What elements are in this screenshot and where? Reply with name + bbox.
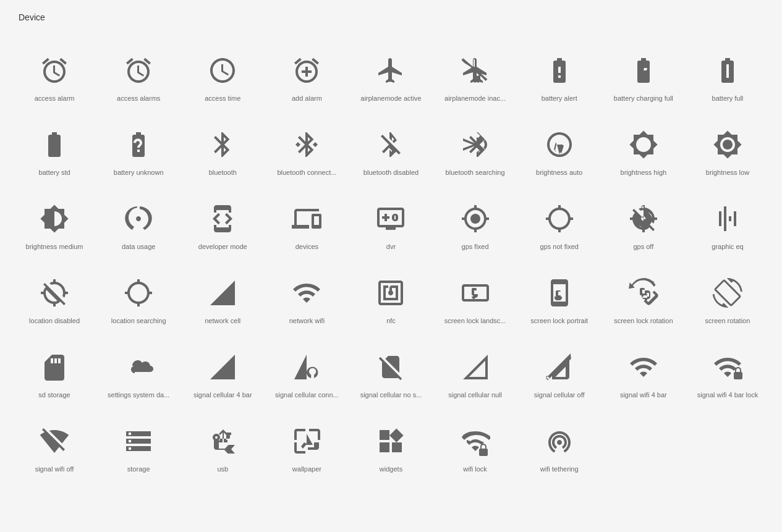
icon-cell-brightness-low[interactable]: brightness low xyxy=(686,109,770,183)
icon-cell-add-alarm[interactable]: add alarm xyxy=(265,35,349,109)
brightness-low-icon xyxy=(710,127,745,162)
screen-lock-rotation-label: screen lock rotation xyxy=(614,316,673,325)
brightness-low-label: brightness low xyxy=(706,168,749,177)
signal-cellular-connected-icon xyxy=(289,350,324,384)
icon-cell-gps-not-fixed[interactable]: gps not fixed xyxy=(517,183,601,257)
icon-cell-battery-std[interactable]: battery std xyxy=(12,109,96,183)
icon-cell-signal-wifi-4bar-lock[interactable]: signal wifi 4 bar lock xyxy=(686,331,770,405)
icon-cell-brightness-high[interactable]: brightness high xyxy=(601,109,686,183)
gps-fixed-icon xyxy=(458,201,493,236)
icon-cell-developer-mode[interactable]: developer mode xyxy=(181,183,265,257)
icon-cell-wifi-tethering[interactable]: wifi tethering xyxy=(517,405,601,479)
signal-cellular-connected-label: signal cellular conn... xyxy=(275,391,339,399)
icon-grid: access alarm access alarms access time a… xyxy=(0,28,782,486)
screen-lock-portrait-icon xyxy=(542,276,577,310)
icon-cell-nfc[interactable]: nfc xyxy=(349,257,433,331)
data-usage-label: data usage xyxy=(122,242,155,251)
signal-cellular-no-sim-label: signal cellular no s... xyxy=(360,391,422,399)
icon-cell-empty-1 xyxy=(601,405,686,479)
wifi-tethering-label: wifi tethering xyxy=(540,465,579,473)
dvr-label: dvr xyxy=(386,242,396,251)
icon-cell-network-wifi[interactable]: network wifi xyxy=(265,257,349,331)
icon-cell-signal-wifi-4bar[interactable]: signal wifi 4 bar xyxy=(601,331,686,405)
icon-cell-usb[interactable]: usb xyxy=(181,405,265,479)
icon-cell-widgets[interactable]: widgets xyxy=(349,405,433,479)
bluetooth-connected-label: bluetooth connect... xyxy=(277,168,336,177)
widgets-label: widgets xyxy=(380,465,402,473)
icon-cell-signal-cellular-null[interactable]: signal cellular null xyxy=(433,331,517,405)
battery-unknown-label: battery unknown xyxy=(114,168,164,177)
icon-cell-gps-off[interactable]: gps off xyxy=(601,183,686,257)
icon-cell-wifi-lock[interactable]: wifi lock xyxy=(433,405,517,479)
icon-cell-screen-lock-portrait[interactable]: screen lock portrait xyxy=(517,257,601,331)
icon-cell-access-alarm[interactable]: access alarm xyxy=(12,35,96,109)
icon-cell-access-alarms[interactable]: access alarms xyxy=(96,35,181,109)
signal-wifi-4bar-label: signal wifi 4 bar xyxy=(620,391,667,399)
nfc-icon xyxy=(373,276,408,310)
network-cell-icon xyxy=(205,276,240,310)
usb-label: usb xyxy=(217,465,228,473)
bluetooth-disabled-icon xyxy=(373,127,408,162)
icon-cell-dvr[interactable]: dvr xyxy=(349,183,433,257)
screen-lock-landscape-icon xyxy=(458,276,493,310)
icon-cell-signal-cellular-connected[interactable]: signal cellular conn... xyxy=(265,331,349,405)
access-time-icon xyxy=(205,53,240,88)
icon-cell-battery-full[interactable]: battery full xyxy=(686,35,770,109)
signal-cellular-null-icon xyxy=(458,350,493,384)
graphic-eq-label: graphic eq xyxy=(712,242,743,251)
devices-label: devices xyxy=(295,242,318,251)
icon-cell-screen-lock-landscape[interactable]: screen lock landsc... xyxy=(433,257,517,331)
icon-cell-data-usage[interactable]: data usage xyxy=(96,183,181,257)
icon-cell-network-cell[interactable]: network cell xyxy=(181,257,265,331)
add-alarm-icon xyxy=(289,53,324,88)
icon-cell-graphic-eq[interactable]: graphic eq xyxy=(686,183,770,257)
icon-cell-battery-unknown[interactable]: battery unknown xyxy=(96,109,181,183)
icon-cell-sd-storage[interactable]: sd storage xyxy=(12,331,96,405)
sd-storage-icon xyxy=(37,350,72,384)
airplanemode-inactive-label: airplanemode inac... xyxy=(444,94,506,103)
icon-cell-bluetooth-disabled[interactable]: bluetooth disabled xyxy=(349,109,433,183)
wallpaper-label: wallpaper xyxy=(292,465,321,473)
icon-cell-settings-system-daydream[interactable]: settings system da... xyxy=(96,331,181,405)
bluetooth-connected-icon xyxy=(289,127,324,162)
icon-cell-signal-cellular-off[interactable]: signal cellular off xyxy=(517,331,601,405)
graphic-eq-icon xyxy=(710,201,745,236)
icon-cell-signal-cellular-no-sim[interactable]: signal cellular no s... xyxy=(349,331,433,405)
icon-cell-access-time[interactable]: access time xyxy=(181,35,265,109)
usb-icon xyxy=(205,424,240,458)
icon-cell-bluetooth-searching[interactable]: bluetooth searching xyxy=(433,109,517,183)
icon-cell-bluetooth[interactable]: bluetooth xyxy=(181,109,265,183)
wifi-tethering-icon xyxy=(542,424,577,458)
icon-cell-location-disabled[interactable]: location disabled xyxy=(12,257,96,331)
signal-cellular-no-sim-icon xyxy=(373,350,408,384)
access-time-label: access time xyxy=(205,94,240,103)
settings-system-daydream-label: settings system da... xyxy=(108,391,169,399)
icon-cell-screen-rotation[interactable]: screen rotation xyxy=(686,257,770,331)
battery-alert-label: battery alert xyxy=(542,94,577,103)
icon-cell-battery-charging-full[interactable]: battery charging full xyxy=(601,35,686,109)
icon-cell-location-searching[interactable]: location searching xyxy=(96,257,181,331)
icon-cell-signal-cellular-4bar[interactable]: signal cellular 4 bar xyxy=(181,331,265,405)
screen-lock-rotation-icon xyxy=(626,276,661,310)
icon-cell-screen-lock-rotation[interactable]: screen lock rotation xyxy=(601,257,686,331)
signal-wifi-off-icon xyxy=(37,424,72,458)
battery-unknown-icon xyxy=(121,127,156,162)
icon-cell-storage[interactable]: storage xyxy=(96,405,181,479)
icon-cell-battery-alert[interactable]: battery alert xyxy=(517,35,601,109)
page-title: Device xyxy=(0,0,782,28)
icon-cell-brightness-auto[interactable]: brightness auto xyxy=(517,109,601,183)
icon-cell-gps-fixed[interactable]: gps fixed xyxy=(433,183,517,257)
icon-cell-brightness-medium[interactable]: brightness medium xyxy=(12,183,96,257)
storage-label: storage xyxy=(127,465,150,473)
screen-rotation-label: screen rotation xyxy=(705,316,750,325)
icon-cell-airplanemode-inactive[interactable]: airplanemode inac... xyxy=(433,35,517,109)
battery-full-icon xyxy=(710,53,745,88)
signal-cellular-null-label: signal cellular null xyxy=(448,391,502,399)
icon-cell-wallpaper[interactable]: wallpaper xyxy=(265,405,349,479)
nfc-label: nfc xyxy=(386,316,396,325)
battery-std-label: battery std xyxy=(38,168,70,177)
icon-cell-devices[interactable]: devices xyxy=(265,183,349,257)
icon-cell-bluetooth-connected[interactable]: bluetooth connect... xyxy=(265,109,349,183)
icon-cell-signal-wifi-off[interactable]: signal wifi off xyxy=(12,405,96,479)
icon-cell-airplanemode-active[interactable]: airplanemode active xyxy=(349,35,433,109)
